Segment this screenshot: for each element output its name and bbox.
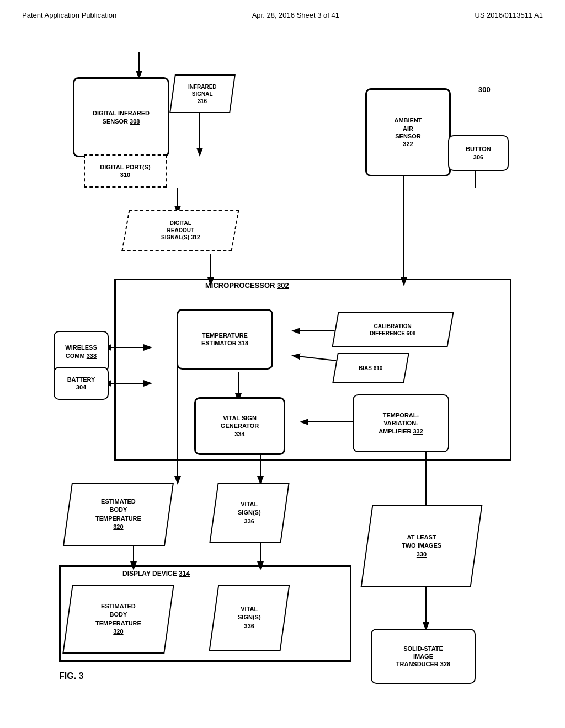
microprocessor-outer-box: [114, 279, 511, 461]
vital-sign-gen-label: VITAL SIGNGENERATOR334: [221, 414, 259, 438]
temp-estimator-label: TEMPERATUREESTIMATOR 318: [201, 331, 248, 347]
temporal-var-box: TEMPORAL-VARIATION-AMPLIFIER 332: [353, 394, 449, 452]
temp-estimator-box: TEMPERATUREESTIMATOR 318: [177, 309, 273, 370]
battery-box: BATTERY304: [54, 367, 109, 400]
fig-label: FIG. 3: [59, 671, 83, 681]
solid-state-label: SOLID-STATEIMAGETRANSDUCER 328: [396, 645, 450, 668]
vital-signs-bot-box: VITALSIGN(S)336: [209, 585, 290, 651]
bias-box: BIAS 610: [332, 353, 409, 383]
header: Patent Application Publication Apr. 28, …: [22, 11, 543, 19]
est-body-temp-bot-box: ESTIMATEDBODYTEMPERATURE320: [62, 585, 174, 654]
display-device-label: DISPLAY DEVICE 314: [122, 570, 190, 577]
diagram-area: INFRAREDSIGNAL316 DIGITAL INFRAREDSENSOR…: [23, 25, 542, 687]
infrared-signal-box: INFRAREDSIGNAL316: [169, 74, 236, 113]
microprocessor-label: MICROPROCESSOR 302: [205, 281, 289, 290]
header-right: US 2016/0113511 A1: [475, 11, 543, 19]
digital-readout-box: DIGITALREADOUTSIGNAL(S) 312: [121, 210, 239, 251]
ambient-air-sensor-box: AMBIENTAIRSENSOR322: [365, 88, 451, 176]
button-label: BUTTON306: [466, 145, 491, 161]
est-body-temp-top-box: ESTIMATEDBODYTEMPERATURE320: [63, 483, 174, 546]
wireless-comm-box: WIRELESSCOMM 338: [54, 331, 109, 372]
temporal-var-label: TEMPORAL-VARIATION-AMPLIFIER 332: [379, 411, 423, 435]
digital-ir-sensor-label: DIGITAL INFRAREDSENSOR 308: [93, 109, 150, 125]
calibration-diff-box: CALIBRATIONDIFFERENCE 608: [332, 312, 454, 347]
header-center: Apr. 28, 2016 Sheet 3 of 41: [252, 11, 339, 19]
solid-state-box: SOLID-STATEIMAGETRANSDUCER 328: [371, 629, 476, 684]
digital-ports-label: DIGITAL PORT(S)310: [100, 163, 150, 179]
button-box: BUTTON306: [448, 135, 509, 171]
header-left: Patent Application Publication: [22, 11, 116, 19]
battery-label: BATTERY304: [67, 376, 95, 392]
digital-ports-box: DIGITAL PORT(S)310: [84, 154, 167, 188]
vital-sign-gen-box: VITAL SIGNGENERATOR334: [194, 397, 285, 455]
at-least-two-box: AT LEASTTWO IMAGES330: [360, 505, 482, 587]
ambient-air-sensor-label: AMBIENTAIRSENSOR322: [394, 116, 422, 148]
wireless-comm-label: WIRELESSCOMM 338: [65, 344, 97, 360]
digital-ir-sensor-box: DIGITAL INFRAREDSENSOR 308: [73, 77, 169, 157]
page: Patent Application Publication Apr. 28, …: [0, 0, 565, 728]
vital-signs-top-box: VITALSIGN(S)336: [209, 483, 289, 543]
label-300: 300: [478, 85, 491, 94]
